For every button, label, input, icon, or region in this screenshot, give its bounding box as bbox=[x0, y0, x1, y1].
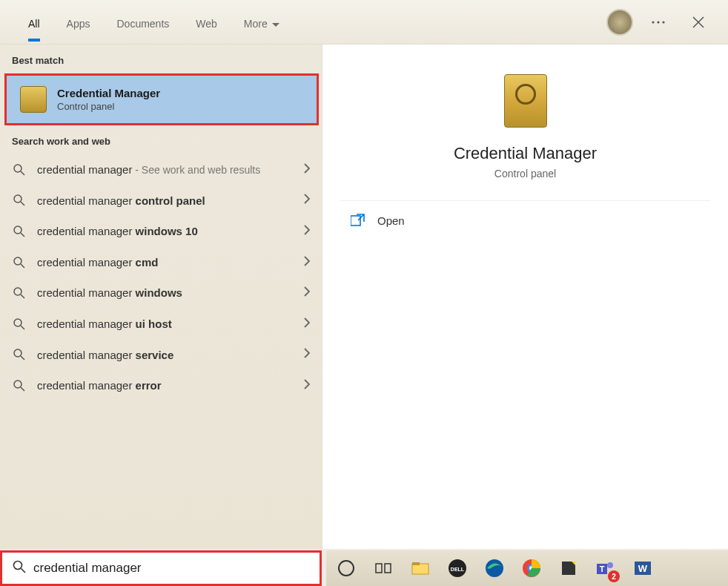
search-web-label: Search work and web bbox=[0, 125, 322, 154]
svg-point-7 bbox=[14, 226, 21, 234]
svg-text:W: W bbox=[638, 563, 648, 574]
suggestion-text: credential manager cmd bbox=[37, 254, 294, 271]
svg-line-12 bbox=[21, 294, 24, 298]
search-input[interactable] bbox=[26, 561, 309, 576]
tab-web[interactable]: Web bbox=[182, 4, 231, 40]
search-icon bbox=[12, 378, 27, 393]
suggestion-item[interactable]: credential manager cmd bbox=[0, 247, 322, 278]
chevron-right-icon[interactable] bbox=[304, 256, 310, 269]
search-icon bbox=[12, 255, 27, 270]
teams-badge: 2 bbox=[608, 570, 620, 582]
chevron-right-icon[interactable] bbox=[304, 348, 310, 361]
suggestion-item[interactable]: credential manager control panel bbox=[0, 185, 322, 217]
teams-icon[interactable]: T 2 bbox=[593, 556, 618, 581]
file-explorer-icon[interactable] bbox=[408, 556, 433, 581]
svg-point-11 bbox=[14, 288, 21, 295]
svg-point-3 bbox=[14, 165, 21, 172]
svg-rect-19 bbox=[351, 216, 360, 225]
cortana-icon[interactable] bbox=[334, 556, 359, 581]
suggestion-text: credential manager service bbox=[37, 347, 294, 363]
svg-rect-26 bbox=[412, 562, 420, 565]
search-icon bbox=[13, 560, 26, 576]
svg-text:T: T bbox=[600, 564, 605, 573]
svg-point-20 bbox=[14, 562, 22, 570]
suggestion-text: credential manager windows bbox=[37, 285, 294, 301]
svg-point-2 bbox=[662, 21, 664, 23]
suggestion-text: credential manager error bbox=[37, 378, 294, 394]
open-label: Open bbox=[377, 214, 405, 227]
detail-subtitle: Control panel bbox=[340, 168, 710, 180]
svg-line-10 bbox=[21, 264, 24, 268]
close-button[interactable] bbox=[684, 7, 713, 37]
svg-point-9 bbox=[14, 257, 21, 265]
svg-point-22 bbox=[339, 561, 354, 576]
edge-icon[interactable] bbox=[482, 556, 507, 581]
tab-documents[interactable]: Documents bbox=[103, 4, 182, 40]
open-action[interactable]: Open bbox=[340, 201, 710, 240]
svg-rect-33 bbox=[562, 562, 575, 575]
options-button[interactable] bbox=[643, 7, 673, 37]
chevron-down-icon bbox=[272, 18, 279, 30]
svg-line-14 bbox=[21, 326, 24, 329]
svg-point-5 bbox=[14, 195, 21, 203]
chevron-right-icon[interactable] bbox=[304, 163, 310, 177]
suggestion-text: credential manager - See work and web re… bbox=[37, 162, 294, 178]
best-match-subtitle: Control panel bbox=[57, 101, 303, 112]
suggestion-item[interactable]: credential manager - See work and web re… bbox=[0, 154, 322, 185]
word-icon[interactable]: W bbox=[630, 556, 655, 581]
svg-line-16 bbox=[21, 356, 24, 360]
svg-line-6 bbox=[21, 202, 24, 205]
tab-more[interactable]: More bbox=[231, 4, 293, 40]
suggestion-text: credential manager ui host bbox=[37, 316, 294, 332]
open-icon bbox=[351, 213, 365, 228]
svg-line-8 bbox=[21, 233, 24, 237]
results-panel: Best match Credential Manager Control pa… bbox=[0, 45, 322, 549]
search-icon bbox=[12, 286, 27, 300]
sticky-notes-icon[interactable] bbox=[556, 556, 581, 581]
search-icon bbox=[12, 162, 27, 177]
credential-manager-large-icon bbox=[504, 74, 547, 128]
search-icon bbox=[12, 193, 27, 208]
suggestion-item[interactable]: credential manager windows 10 bbox=[0, 216, 322, 247]
svg-rect-23 bbox=[376, 564, 382, 573]
suggestion-item[interactable]: credential manager error bbox=[0, 370, 322, 401]
chevron-right-icon[interactable] bbox=[304, 317, 310, 331]
chevron-right-icon[interactable] bbox=[304, 286, 310, 300]
credential-manager-icon bbox=[20, 86, 47, 113]
task-view-icon[interactable] bbox=[371, 556, 396, 581]
svg-point-36 bbox=[607, 562, 613, 568]
svg-rect-24 bbox=[385, 564, 391, 573]
svg-point-0 bbox=[652, 21, 654, 23]
chevron-right-icon[interactable] bbox=[304, 379, 310, 392]
svg-point-1 bbox=[657, 21, 659, 23]
svg-point-13 bbox=[14, 319, 21, 326]
tab-all[interactable]: All bbox=[15, 4, 53, 40]
svg-line-4 bbox=[21, 171, 24, 175]
suggestion-item[interactable]: credential manager service bbox=[0, 340, 322, 371]
suggestion-text: credential manager control panel bbox=[37, 193, 294, 209]
svg-line-18 bbox=[21, 387, 24, 391]
taskbar: DELL T 2 W bbox=[326, 550, 728, 586]
header: All Apps Documents Web More bbox=[0, 0, 728, 45]
search-icon bbox=[12, 347, 27, 362]
search-icon bbox=[12, 224, 27, 239]
svg-rect-25 bbox=[412, 564, 428, 574]
svg-point-15 bbox=[14, 349, 21, 357]
svg-point-17 bbox=[14, 381, 21, 388]
suggestion-item[interactable]: credential manager ui host bbox=[0, 309, 322, 340]
best-match-label: Best match bbox=[0, 45, 322, 73]
detail-panel: Credential Manager Control panel Open bbox=[322, 45, 728, 549]
dell-icon[interactable]: DELL bbox=[445, 556, 470, 581]
suggestion-text: credential manager windows 10 bbox=[37, 223, 294, 240]
user-avatar[interactable] bbox=[606, 9, 633, 36]
best-match-result[interactable]: Credential Manager Control panel bbox=[4, 73, 319, 125]
detail-title: Credential Manager bbox=[340, 144, 710, 163]
chevron-right-icon[interactable] bbox=[304, 225, 310, 238]
search-tabs: All Apps Documents Web More bbox=[15, 4, 293, 40]
tab-apps[interactable]: Apps bbox=[53, 4, 104, 40]
chevron-right-icon[interactable] bbox=[304, 194, 310, 207]
best-match-title: Credential Manager bbox=[57, 87, 303, 99]
search-bar[interactable] bbox=[0, 550, 322, 586]
suggestion-item[interactable]: credential manager windows bbox=[0, 277, 322, 309]
chrome-icon[interactable] bbox=[519, 556, 544, 581]
